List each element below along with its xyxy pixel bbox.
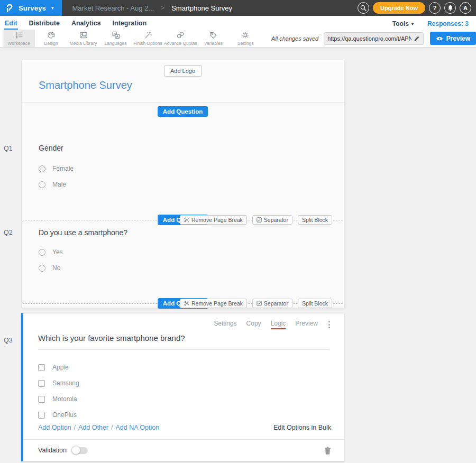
- question-options-q3: Apple Samsung Motorola OnePlus: [38, 359, 344, 423]
- question-text-q3[interactable]: Which is your favorite smartphone brand?: [38, 334, 329, 350]
- option-label: Motorola: [52, 395, 77, 403]
- add-logo-button[interactable]: Add Logo: [164, 65, 202, 77]
- nav-tabs: Edit Distribute Analytics Integration: [0, 17, 147, 30]
- question-block-q1[interactable]: Gender Female Male: [22, 121, 344, 216]
- toolbar-item-settings[interactable]: Settings: [230, 30, 262, 47]
- edit-options-in-bulk-link[interactable]: Edit Options in Bulk: [273, 424, 331, 431]
- trash-icon: [324, 447, 331, 455]
- breadcrumb-survey[interactable]: Smartphone Survey: [171, 4, 232, 12]
- delete-question-button[interactable]: [324, 447, 331, 455]
- tab-distribute[interactable]: Distribute: [29, 17, 60, 30]
- search-button[interactable]: [358, 2, 369, 14]
- add-other-link[interactable]: Add Other: [78, 424, 108, 431]
- checkbox-icon[interactable]: [38, 380, 45, 387]
- scissors-icon: [184, 301, 189, 306]
- survey-panel: Add Logo Smartphone Survey Add Question …: [21, 60, 344, 461]
- question-text-q2[interactable]: Do you use a smartphone?: [39, 228, 344, 237]
- scissors-icon: [184, 217, 189, 223]
- tab-integration[interactable]: Integration: [112, 17, 148, 30]
- toolbar-item-advance-quotas[interactable]: Advance Quotas: [164, 30, 197, 47]
- account-avatar[interactable]: A: [460, 2, 471, 14]
- separator-button[interactable]: Separator: [252, 215, 292, 225]
- radio-option[interactable]: Female: [39, 161, 344, 177]
- edit-url-pencil-icon[interactable]: [414, 35, 420, 42]
- page-break-row: Add Question Remove Page Break Separator: [22, 299, 344, 308]
- radio-icon[interactable]: [39, 165, 45, 172]
- chevron-down-icon: ▾: [411, 22, 414, 26]
- breadcrumb-folder[interactable]: Market Research - Aug 2...: [72, 4, 154, 12]
- checkbox-option[interactable]: Samsung: [38, 375, 344, 391]
- radio-option[interactable]: No: [39, 260, 344, 276]
- question-code-q3: Q3: [4, 337, 13, 344]
- toolbar-item-media-library[interactable]: Media Library: [67, 30, 99, 47]
- survey-canvas: Q1 Q2 Q3 Add Logo Smartphone Survey Add …: [0, 48, 476, 463]
- question-preview-tab[interactable]: Preview: [295, 320, 318, 329]
- radio-option[interactable]: Yes: [39, 244, 344, 260]
- checkbox-icon[interactable]: [38, 412, 45, 419]
- checked-box-icon: [257, 217, 262, 223]
- separator-button[interactable]: Separator: [252, 299, 292, 308]
- tab-analytics[interactable]: Analytics: [71, 17, 102, 30]
- page-break-row: Add Question Remove Page Break Separator: [22, 216, 344, 224]
- question-text-q1[interactable]: Gender: [39, 144, 344, 152]
- surveys-menu[interactable]: Surveys ▾: [0, 0, 62, 16]
- toolbar-item-languages[interactable]: Languages: [99, 30, 132, 47]
- translate-icon: [112, 31, 120, 40]
- question-card-q3-selected[interactable]: Settings Copy Logic Preview Which is you…: [21, 313, 344, 461]
- tools-menu[interactable]: Tools ▾: [392, 20, 414, 27]
- page-break-actions: Remove Page Break Separator Split Block: [180, 215, 332, 225]
- add-option-link[interactable]: Add Option: [38, 424, 71, 431]
- validation-toggle[interactable]: [72, 447, 88, 454]
- option-label: OnePlus: [52, 411, 77, 419]
- help-button[interactable]: ?: [429, 2, 441, 14]
- notifications-button[interactable]: [444, 2, 456, 14]
- bell-icon: [447, 5, 453, 11]
- add-na-option-link[interactable]: Add NA Option: [116, 424, 160, 431]
- responses-link[interactable]: Responses: 3: [427, 20, 469, 27]
- radio-icon[interactable]: [39, 265, 45, 272]
- toolbar-item-workspace[interactable]: Workspace: [3, 30, 35, 47]
- split-block-button[interactable]: Split Block: [298, 299, 332, 308]
- question-block-q2[interactable]: Do you use a smartphone? Yes No: [22, 224, 344, 299]
- nav-bar: Edit Distribute Analytics Integration To…: [0, 16, 476, 30]
- question-logic-tab[interactable]: Logic: [271, 320, 286, 329]
- validation-label: Validation: [38, 447, 67, 454]
- validation-row: Validation: [23, 439, 344, 461]
- save-status: All changes saved: [271, 35, 318, 42]
- link-separator: /: [74, 424, 76, 431]
- option-label: No: [52, 264, 60, 272]
- question-code-q1: Q1: [4, 145, 13, 152]
- kebab-menu-icon[interactable]: [327, 320, 331, 329]
- radio-option[interactable]: Male: [39, 177, 344, 192]
- radio-icon[interactable]: [39, 249, 45, 256]
- remove-page-break-button[interactable]: Remove Page Break: [180, 299, 247, 308]
- survey-url-input[interactable]: [327, 35, 411, 42]
- checked-box-icon: [257, 301, 262, 306]
- preview-button[interactable]: Preview: [430, 32, 476, 45]
- radio-icon[interactable]: [39, 181, 45, 188]
- link-separator: /: [111, 424, 113, 431]
- top-bar: Surveys ▾ Market Research - Aug 2... > S…: [0, 0, 476, 16]
- tools-menu-label: Tools: [392, 20, 409, 27]
- split-block-button[interactable]: Split Block: [298, 215, 332, 225]
- survey-title[interactable]: Smartphone Survey: [39, 79, 132, 91]
- question-copy-tab[interactable]: Copy: [246, 320, 261, 329]
- checkbox-option[interactable]: OnePlus: [38, 407, 344, 423]
- image-icon: [79, 31, 88, 40]
- remove-page-break-button[interactable]: Remove Page Break: [180, 215, 247, 225]
- checkbox-option[interactable]: Apple: [38, 359, 344, 375]
- tab-edit[interactable]: Edit: [4, 17, 18, 30]
- add-question-button[interactable]: Add Question: [158, 106, 208, 117]
- checkbox-icon[interactable]: [38, 364, 45, 371]
- toolbar-item-finish-options[interactable]: Finish Options: [132, 30, 164, 47]
- checkbox-option[interactable]: Motorola: [38, 391, 344, 407]
- tag-icon: [209, 31, 217, 40]
- toolbar-item-variables[interactable]: Variables: [197, 30, 230, 47]
- questionpro-logo-icon: [6, 3, 13, 13]
- upgrade-now-button[interactable]: Upgrade Now: [373, 2, 425, 14]
- toolbar-item-design[interactable]: Design: [35, 30, 67, 47]
- nav-right: Tools ▾ Responses: 3: [392, 20, 476, 30]
- question-settings-tab[interactable]: Settings: [214, 320, 236, 329]
- topbar-actions: Upgrade Now ? A: [358, 2, 476, 14]
- checkbox-icon[interactable]: [38, 396, 45, 403]
